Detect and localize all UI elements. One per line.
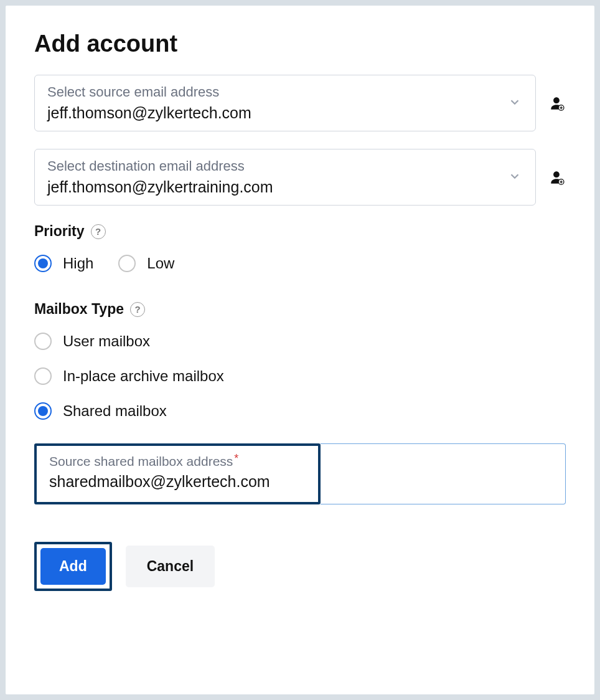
- shared-mailbox-value: sharedmailbox@zylkertech.com: [49, 473, 306, 491]
- button-row: Add Cancel: [34, 542, 566, 591]
- add-source-user-icon[interactable]: [547, 94, 566, 113]
- priority-section: Priority ? High Low: [34, 223, 566, 272]
- source-email-value: jeff.thomson@zylkertech.com: [47, 104, 523, 122]
- priority-high-radio[interactable]: High: [34, 255, 93, 272]
- mailbox-shared-radio[interactable]: Shared mailbox: [34, 402, 566, 420]
- chevron-down-icon: [508, 95, 522, 111]
- shared-mailbox-label: Source shared mailbox address*: [49, 452, 306, 469]
- help-icon[interactable]: ?: [91, 224, 106, 239]
- priority-label: Priority ?: [34, 223, 106, 240]
- destination-email-row: Select destination email address jeff.th…: [34, 149, 566, 206]
- mailbox-archive-radio[interactable]: In-place archive mailbox: [34, 367, 566, 385]
- shared-mailbox-input[interactable]: Source shared mailbox address* sharedmai…: [37, 446, 318, 499]
- priority-options: High Low: [34, 255, 566, 272]
- destination-email-label: Select destination email address: [47, 158, 523, 174]
- priority-low-radio[interactable]: Low: [118, 255, 174, 272]
- mailbox-type-label: Mailbox Type ?: [34, 301, 145, 318]
- priority-high-label: High: [63, 255, 93, 272]
- mailbox-type-options: User mailbox In-place archive mailbox Sh…: [34, 333, 566, 420]
- mailbox-shared-label: Shared mailbox: [63, 402, 167, 420]
- destination-email-value: jeff.thomson@zylkertraining.com: [47, 178, 523, 196]
- mailbox-user-label: User mailbox: [63, 333, 150, 350]
- add-destination-user-icon[interactable]: [547, 168, 566, 187]
- radio-unselected-icon: [34, 333, 52, 350]
- page-title: Add account: [34, 31, 566, 57]
- shared-mailbox-field: Source shared mailbox address* sharedmai…: [34, 443, 566, 504]
- radio-selected-icon: [34, 402, 52, 420]
- shared-mailbox-input-extension[interactable]: [321, 443, 566, 504]
- required-indicator: *: [234, 452, 238, 465]
- mailbox-type-section: Mailbox Type ? User mailbox In-place arc…: [34, 301, 566, 420]
- add-account-form: Add account Select source email address …: [5, 5, 595, 695]
- priority-low-label: Low: [147, 255, 174, 272]
- chevron-down-icon: [508, 169, 522, 186]
- destination-email-select[interactable]: Select destination email address jeff.th…: [34, 149, 536, 206]
- mailbox-archive-label: In-place archive mailbox: [63, 367, 224, 385]
- mailbox-user-radio[interactable]: User mailbox: [34, 333, 566, 350]
- radio-selected-icon: [34, 255, 52, 272]
- source-email-label: Select source email address: [47, 84, 523, 100]
- source-email-select[interactable]: Select source email address jeff.thomson…: [34, 75, 536, 131]
- source-email-row: Select source email address jeff.thomson…: [34, 75, 566, 131]
- shared-mailbox-highlight: Source shared mailbox address* sharedmai…: [34, 443, 321, 504]
- cancel-button[interactable]: Cancel: [126, 546, 215, 587]
- help-icon[interactable]: ?: [130, 302, 145, 317]
- radio-unselected-icon: [118, 255, 136, 272]
- add-button[interactable]: Add: [40, 548, 106, 585]
- radio-unselected-icon: [34, 367, 52, 385]
- add-button-highlight: Add: [34, 542, 112, 591]
